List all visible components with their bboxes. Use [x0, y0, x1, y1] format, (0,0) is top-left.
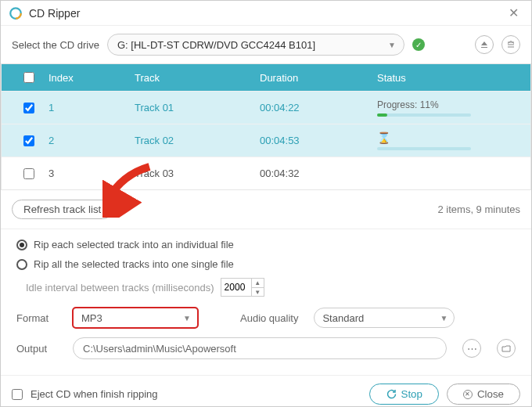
settings-icon-button[interactable] [501, 35, 520, 54]
output-label: Output [16, 343, 57, 355]
drive-select[interactable]: G: [HL-DT-ST CDRW/DVD GCC4244 B101] ▼ [107, 34, 404, 56]
progress-bar [377, 113, 471, 117]
chevron-down-icon: ▼ [183, 314, 191, 322]
stop-button-label: Stop [401, 388, 422, 400]
progress-bar [377, 147, 471, 150]
refresh-icon [386, 389, 397, 400]
row-duration: 00:04:53 [260, 135, 377, 146]
drive-ok-icon: ✓ [412, 38, 425, 51]
col-header-status: Status [377, 72, 530, 84]
table-header: Index Track Duration Status [2, 64, 530, 91]
drive-select-label: Select the CD drive [12, 39, 99, 51]
drive-select-value: G: [HL-DT-ST CDRW/DVD GCC4244 B101] [117, 39, 315, 51]
row-track: Track 01 [135, 102, 260, 113]
idle-interval-stepper[interactable]: ▲▼ [221, 278, 264, 297]
progress-label: Progress: 11% [377, 99, 515, 110]
row-index: 3 [49, 167, 135, 179]
row-duration: 00:04:32 [260, 167, 377, 179]
row-track: Track 02 [135, 135, 260, 146]
output-path-value: C:\Users\admin\Music\Apowersoft [83, 343, 236, 355]
format-label: Format [16, 312, 57, 324]
col-header-duration: Duration [260, 72, 377, 84]
rip-mode-individual-label: Rip each selected track into an individu… [34, 239, 234, 250]
format-select[interactable]: MP3 ▼ [73, 308, 198, 328]
audio-quality-value: Standard [322, 312, 364, 324]
rip-mode-individual[interactable]: Rip each selected track into an individu… [16, 239, 516, 250]
stop-button[interactable]: Stop [369, 384, 439, 405]
eject-cd-label: Eject CD when finish ripping [31, 388, 158, 400]
row-index: 1 [49, 102, 135, 113]
idle-interval-label: Idle interval between tracks (millisecon… [26, 282, 214, 294]
output-path-field[interactable]: C:\Users\admin\Music\Apowersoft [73, 337, 447, 359]
refresh-track-list-button[interactable]: Refresh track list [12, 200, 113, 219]
row-status: Progress: 11% [377, 99, 530, 117]
row-track: Track 03 [135, 167, 260, 179]
window-close-button[interactable]: ✕ [504, 5, 523, 20]
radio-icon [16, 240, 27, 250]
table-row[interactable]: 3Track 0300:04:32 [2, 157, 530, 189]
rip-mode-single-label: Rip all the selected tracks into one sin… [34, 258, 234, 270]
radio-icon [16, 259, 27, 270]
row-status: ⌛ [377, 131, 530, 150]
audio-quality-label: Audio quality [240, 312, 298, 324]
format-value: MP3 [81, 312, 102, 324]
idle-interval-input[interactable] [221, 282, 251, 293]
audio-quality-select[interactable]: Standard ▼ [314, 308, 455, 328]
chevron-down-icon: ▼ [388, 41, 396, 49]
open-output-folder-button[interactable] [497, 339, 516, 358]
col-header-index: Index [49, 72, 135, 84]
select-all-checkbox[interactable] [23, 72, 34, 83]
app-logo-icon [9, 6, 23, 20]
eject-icon-button[interactable] [475, 35, 494, 54]
window-title: CD Ripper [29, 7, 504, 20]
close-button-label: Close [477, 388, 504, 400]
hourglass-icon: ⌛ [377, 131, 515, 144]
col-header-track: Track [135, 72, 260, 84]
browse-output-button[interactable]: ⋯ [462, 339, 481, 358]
row-duration: 00:04:22 [260, 102, 377, 113]
table-row[interactable]: 1Track 0100:04:22Progress: 11% [2, 91, 530, 124]
stepper-up-icon[interactable]: ▲ [252, 279, 264, 287]
table-row[interactable]: 2Track 0200:04:53⌛ [2, 124, 530, 157]
selection-summary: 2 items, 9 minutes [438, 204, 521, 215]
row-checkbox[interactable] [23, 103, 34, 113]
close-circle-icon: ✕ [463, 390, 473, 399]
rip-mode-single[interactable]: Rip all the selected tracks into one sin… [16, 258, 516, 270]
row-checkbox[interactable] [23, 168, 34, 179]
stepper-down-icon[interactable]: ▼ [252, 287, 264, 296]
close-button[interactable]: ✕ Close [447, 384, 520, 405]
chevron-down-icon: ▼ [440, 314, 448, 322]
row-index: 2 [49, 135, 135, 146]
row-checkbox[interactable] [23, 135, 34, 146]
eject-cd-checkbox[interactable] [12, 389, 23, 400]
